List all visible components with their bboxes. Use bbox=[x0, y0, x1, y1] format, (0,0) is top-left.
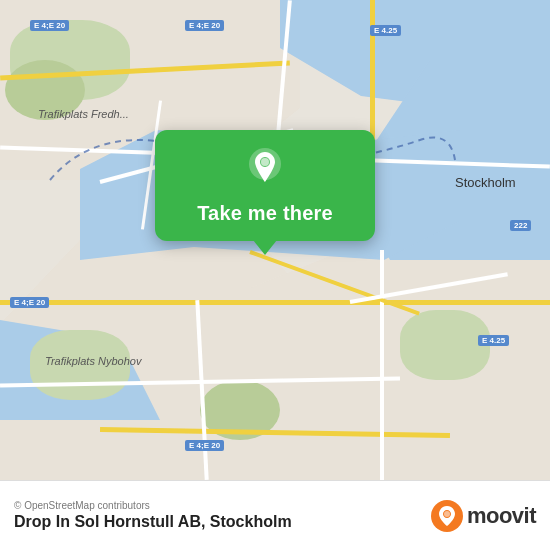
map-label-nybohov: Trafikplats Nybohov bbox=[45, 355, 141, 367]
road-v4 bbox=[380, 250, 384, 480]
road-badge-e425-top: E 4.25 bbox=[370, 25, 401, 36]
svg-point-1 bbox=[261, 158, 269, 166]
location-name: Drop In Sol Hornstull AB, Stockholm bbox=[14, 513, 292, 531]
bottom-left-info: © OpenStreetMap contributors Drop In Sol… bbox=[14, 500, 292, 531]
road-badge-222: 222 bbox=[510, 220, 531, 231]
svg-point-3 bbox=[444, 511, 450, 517]
take-me-there-label: Take me there bbox=[197, 202, 333, 225]
road-badge-e425-right: E 4.25 bbox=[478, 335, 509, 346]
road-h3 bbox=[0, 300, 550, 305]
osm-attribution: © OpenStreetMap contributors bbox=[14, 500, 292, 511]
take-me-there-popup[interactable]: Take me there bbox=[155, 130, 375, 241]
map-label-stockholm: Stockholm bbox=[455, 175, 516, 190]
location-pin-icon bbox=[243, 146, 287, 190]
green-area-5 bbox=[400, 310, 490, 380]
road-badge-e4e20-mid: E 4;E 20 bbox=[10, 297, 49, 308]
moovit-icon bbox=[431, 500, 463, 532]
road-badge-e4e20-bottom: E 4;E 20 bbox=[185, 440, 224, 451]
bottom-bar: © OpenStreetMap contributors Drop In Sol… bbox=[0, 480, 550, 550]
road-badge-e4e20-top: E 4;E 20 bbox=[185, 20, 224, 31]
map-container: E 4;E 20 E 4;E 20 E 4.25 E 4;E 20 E 4.25… bbox=[0, 0, 550, 480]
moovit-logo: moovit bbox=[431, 500, 536, 532]
road-badge-e4e20-left: E 4;E 20 bbox=[30, 20, 69, 31]
moovit-brand-text: moovit bbox=[467, 503, 536, 529]
